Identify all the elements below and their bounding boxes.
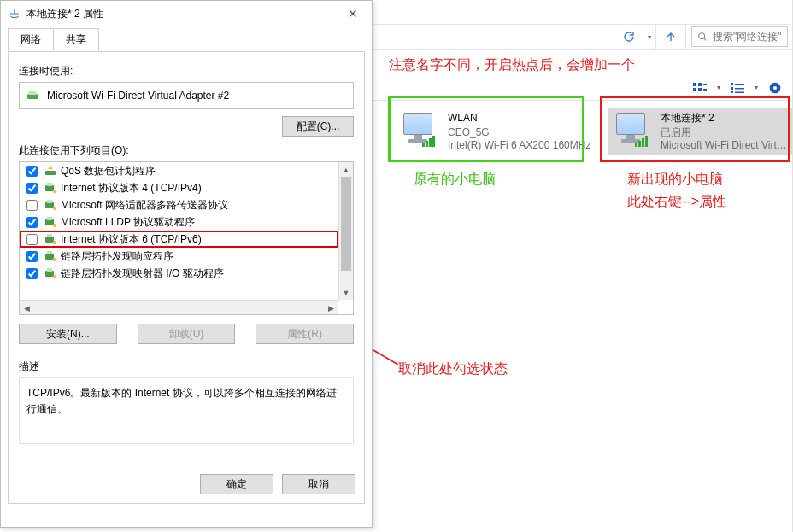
scrollbar-horizontal[interactable]: ◀ ▶	[20, 300, 338, 314]
svg-rect-9	[731, 87, 733, 90]
protocol-icon	[44, 232, 57, 246]
protocol-label: Internet 协议版本 4 (TCP/IPv4)	[61, 181, 202, 196]
annotation-top: 注意名字不同，开启热点后，会增加一个	[389, 56, 635, 74]
install-button[interactable]: 安装(N)...	[19, 324, 117, 344]
scroll-thumb[interactable]	[341, 177, 351, 271]
svg-rect-20	[45, 185, 54, 191]
svg-rect-8	[735, 84, 744, 85]
svg-rect-26	[45, 219, 54, 225]
protocol-label: Internet 协议版本 6 (TCP/IPv6)	[61, 232, 202, 247]
scroll-right-icon[interactable]: ▶	[324, 301, 338, 315]
svg-rect-33	[47, 251, 52, 254]
ok-button[interactable]: 确定	[200, 474, 273, 494]
tab-panel-network: 连接时使用: Microsoft Wi-Fi Direct Virtual Ad…	[8, 51, 365, 504]
protocol-label: Microsoft 网络适配器多路传送器协议	[61, 198, 228, 213]
svg-rect-27	[47, 217, 52, 220]
annotation-right-tile-2: 此处右键-->属性	[627, 193, 726, 211]
protocol-checkbox[interactable]	[26, 217, 38, 228]
annotation-uncheck: 取消此处勾选状态	[398, 360, 508, 378]
svg-rect-29	[45, 237, 54, 243]
scrollbar-vertical[interactable]: ▲ ▼	[338, 162, 353, 300]
svg-rect-18	[29, 91, 37, 95]
tab-network[interactable]: 网络	[8, 28, 54, 51]
protocol-checkbox[interactable]	[26, 251, 38, 262]
svg-point-37	[53, 275, 57, 279]
protocol-label: Microsoft LLDP 协议驱动程序	[61, 215, 195, 230]
svg-point-25	[53, 207, 57, 211]
properties-dialog: 本地连接* 2 属性 ✕ 网络 共享 连接时使用: Microsoft Wi-F…	[0, 0, 373, 528]
annotation-box-red	[600, 96, 790, 162]
protocol-checkbox[interactable]	[26, 234, 38, 245]
svg-rect-12	[735, 91, 744, 93]
svg-point-34	[53, 258, 57, 262]
svg-point-31	[53, 241, 57, 245]
adapter-field: Microsoft Wi-Fi Direct Virtual Adapter #…	[19, 82, 354, 109]
dialog-titlebar[interactable]: 本地连接* 2 属性 ✕	[1, 1, 372, 26]
toolbar-refresh-icon[interactable]	[614, 25, 643, 49]
protocol-checkbox[interactable]	[26, 183, 38, 194]
svg-rect-10	[735, 88, 744, 90]
svg-point-0	[699, 33, 705, 39]
svg-rect-23	[45, 202, 54, 208]
view-large-menu[interactable]: ▾	[713, 84, 725, 91]
svg-rect-11	[731, 91, 733, 93]
protocol-icon	[44, 249, 57, 263]
cancel-button[interactable]: 取消	[282, 474, 355, 494]
protocol-item[interactable]: Microsoft 网络适配器多路传送器协议	[20, 196, 338, 213]
protocol-icon	[44, 164, 57, 178]
svg-rect-1	[693, 83, 696, 86]
search-placeholder: 搜索"网络连接"	[713, 30, 782, 44]
explorer-toolbar: ▾ 搜索"网络连接"	[373, 24, 791, 50]
svg-rect-3	[693, 88, 696, 91]
protocol-checkbox[interactable]	[26, 268, 38, 279]
adapter-icon-small	[26, 89, 40, 102]
protocol-item[interactable]: Microsoft LLDP 协议驱动程序	[20, 213, 338, 231]
svg-rect-5	[703, 84, 707, 85]
svg-rect-30	[47, 234, 52, 237]
explorer-search[interactable]: 搜索"网络连接"	[691, 26, 788, 47]
svg-rect-32	[45, 254, 54, 260]
protocol-item[interactable]: 链路层拓扑发现响应程序	[20, 248, 338, 265]
toolbar-refresh-menu[interactable]: ▾	[643, 25, 655, 49]
protocol-icon	[44, 215, 57, 229]
description-text: TCP/IPv6。最新版本的 Internet 协议，可以跨多个相互连接的网络进…	[19, 377, 354, 444]
protocol-label: QoS 数据包计划程序	[61, 164, 156, 178]
protocol-item[interactable]: 链路层拓扑发现映射器 I/O 驱动程序	[20, 265, 338, 282]
svg-rect-2	[698, 83, 702, 86]
toolbar-up-icon[interactable]	[656, 25, 685, 49]
protocol-item[interactable]: QoS 数据包计划程序	[20, 162, 338, 179]
protocol-item[interactable]: Internet 协议版本 4 (TCP/IPv4)	[20, 179, 338, 196]
adapter-name: Microsoft Wi-Fi Direct Virtual Adapter #…	[47, 90, 229, 102]
protocol-checkbox[interactable]	[26, 200, 38, 211]
uninstall-button[interactable]: 卸载(U)	[138, 324, 236, 344]
svg-rect-35	[45, 271, 54, 277]
protocol-label: 链路层拓扑发现映射器 I/O 驱动程序	[61, 266, 224, 281]
svg-rect-36	[47, 268, 52, 272]
svg-point-28	[53, 224, 57, 228]
protocol-icon	[44, 198, 57, 212]
protocol-label: 链路层拓扑发现响应程序	[61, 249, 173, 264]
svg-rect-24	[47, 200, 52, 203]
svg-rect-6	[703, 89, 707, 91]
configure-button[interactable]: 配置(C)...	[282, 116, 354, 137]
description-label: 描述	[19, 360, 354, 374]
tab-strip: 网络 共享	[1, 26, 372, 51]
items-listbox[interactable]: QoS 数据包计划程序Internet 协议版本 4 (TCP/IPv4)Mic…	[19, 161, 354, 315]
close-button[interactable]: ✕	[333, 1, 372, 26]
search-icon	[697, 32, 708, 42]
svg-rect-7	[731, 83, 733, 85]
item-properties-button[interactable]: 属性(R)	[256, 324, 354, 344]
tab-sharing[interactable]: 共享	[53, 28, 99, 51]
annotation-box-green	[388, 96, 584, 162]
view-details-menu[interactable]: ▾	[750, 84, 762, 91]
scroll-down-icon[interactable]: ▼	[339, 285, 353, 300]
svg-rect-19	[45, 171, 56, 175]
protocol-item[interactable]: Internet 协议版本 6 (TCP/IPv6)	[20, 231, 338, 248]
dialog-title-text: 本地连接* 2 属性	[26, 7, 103, 21]
dialog-title-icon	[8, 7, 21, 20]
scroll-left-icon[interactable]: ◀	[20, 301, 34, 315]
items-label: 此连接使用下列项目(O):	[19, 143, 354, 158]
svg-rect-21	[47, 183, 52, 186]
protocol-checkbox[interactable]	[26, 166, 38, 177]
scroll-up-icon[interactable]: ▲	[339, 162, 353, 177]
